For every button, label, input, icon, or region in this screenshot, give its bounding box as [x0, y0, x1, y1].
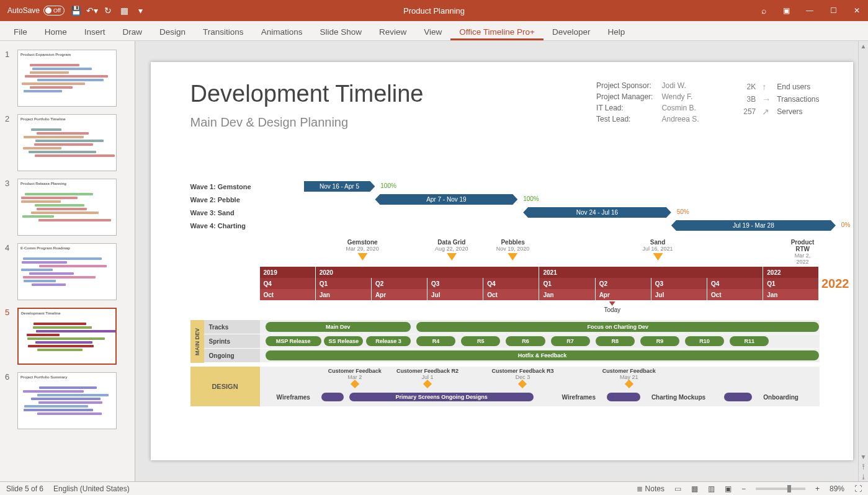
ribbon-display-icon[interactable]: ▣	[780, 4, 792, 17]
tab-draw[interactable]: Draw	[114, 24, 151, 40]
tab-design[interactable]: Design	[151, 24, 194, 40]
cf-name: Customer Feedback	[602, 368, 656, 374]
lane-track: Hotfix & Feedback	[260, 349, 820, 363]
reading-view-icon[interactable]: ▥	[708, 484, 715, 493]
meta-value: Cosmin B.	[658, 103, 702, 113]
thumbnail-image[interactable]: Project Portfolio Summary	[17, 372, 117, 429]
minimize-icon[interactable]: —	[803, 4, 816, 17]
slide[interactable]: Development Timeline Main Dev & Design P…	[151, 62, 853, 460]
wave-track: Jul 19 - Mar 280%	[271, 220, 820, 231]
autosave-toggle[interactable]: AutoSave Off	[7, 6, 65, 16]
thumbnail-number: 6	[5, 372, 12, 429]
lane-bar: Release 3	[366, 336, 411, 346]
tab-help[interactable]: Help	[599, 24, 634, 40]
lane-bar: SS Release	[324, 336, 363, 346]
lane-bar: MSP Release	[266, 336, 321, 346]
wave-track: Apr 7 - Nov 19100%	[271, 194, 820, 205]
save-icon[interactable]: 💾	[71, 6, 81, 16]
tab-insert[interactable]: Insert	[76, 24, 114, 40]
zoom-slider[interactable]	[756, 488, 805, 490]
tab-home[interactable]: Home	[36, 24, 76, 40]
milestone-name: Gemstone	[346, 239, 379, 246]
lane-row: TracksMain DevFocus on Charting Dev	[204, 320, 820, 334]
maximize-icon[interactable]: ☐	[827, 4, 839, 17]
swimlane-area: MAIN DEV TracksMain DevFocus on Charting…	[190, 320, 820, 406]
autosave-label: AutoSave	[7, 6, 40, 15]
language-indicator[interactable]: English (United States)	[53, 484, 130, 493]
milestone: GemstoneMar 29, 2020	[346, 239, 379, 261]
lane-label: Sprints	[204, 334, 260, 349]
lane-track: Main DevFocus on Charting Dev	[260, 320, 820, 334]
slide-thumbnail[interactable]: 4E-Comm Program Roadmap	[0, 239, 135, 304]
normal-view-icon[interactable]: ▭	[674, 484, 681, 493]
diamond-icon	[351, 380, 359, 388]
close-icon[interactable]: ✕	[851, 4, 863, 17]
milestone-marker-icon	[447, 253, 457, 261]
milestone: PebblesNov 19, 2020	[496, 239, 530, 261]
slide-sorter-icon[interactable]: ▦	[691, 484, 698, 493]
thumbnail-image[interactable]: E-Comm Program Roadmap	[17, 243, 117, 300]
thumbnail-image[interactable]: Product Expansion Program	[17, 50, 117, 107]
tab-office-timeline-pro-[interactable]: Office Timeline Pro+	[450, 24, 544, 40]
stat-row: 257↗Servers	[737, 107, 819, 117]
scroll-down-icon[interactable]: ▼	[859, 452, 868, 462]
diamond-icon	[518, 380, 527, 388]
search-icon[interactable]: ⌕	[759, 6, 769, 16]
slide-canvas-area: Development Timeline Main Dev & Design P…	[135, 41, 868, 481]
vertical-scrollbar[interactable]: ▲ ▼ ⭱ ⭳	[858, 41, 868, 481]
wave-percent: 0%	[841, 221, 850, 228]
lane-row: OngoingHotfix & Feedback	[204, 349, 820, 363]
undo-icon[interactable]: ↶▾	[87, 6, 97, 16]
slide-counter[interactable]: Slide 5 of 6	[6, 484, 43, 493]
slide-thumbnail[interactable]: 5Development Timeline	[0, 304, 135, 368]
milestone: SandJul 16, 2021	[643, 239, 673, 261]
ribbon-tabs: FileHomeInsertDrawDesignTransitionsAnima…	[0, 21, 868, 41]
notes-button[interactable]: ≣Notes	[637, 484, 664, 493]
tab-file[interactable]: File	[5, 24, 36, 40]
zoom-in-icon[interactable]: +	[815, 484, 820, 493]
meta-label: Project Manager:	[593, 92, 656, 102]
slide-thumbnail[interactable]: 2Project Portfolio Timeline	[0, 110, 135, 175]
qat-more-icon[interactable]: ▾	[135, 6, 145, 16]
fit-to-window-icon[interactable]: ⛶	[854, 484, 862, 493]
yearband-cell: Q1	[316, 278, 372, 289]
slide-thumbnail[interactable]: 3Product Release Planning	[0, 175, 135, 239]
thumbnail-image[interactable]: Product Release Planning	[17, 179, 117, 236]
yearband-cell: Q2	[372, 278, 427, 289]
slide-thumbnail[interactable]: 6Project Portfolio Summary	[0, 368, 135, 433]
stat-arrow-icon: ↑	[762, 82, 771, 92]
tab-slide-show[interactable]: Slide Show	[311, 24, 370, 40]
design-group: DESIGN Customer FeedbackMar 2Customer Fe…	[190, 367, 820, 406]
wave-label: Wave 1: Gemstone	[190, 183, 271, 190]
design-bar-label: Wireframes	[277, 394, 310, 401]
slideshow-icon[interactable]: ▣	[725, 484, 732, 493]
tab-animations[interactable]: Animations	[253, 24, 311, 40]
slide-thumbnail[interactable]: 1Product Expansion Program	[0, 46, 135, 110]
thumbnail-number: 1	[5, 50, 12, 107]
wave-bar: Nov 24 - Jul 16	[523, 207, 671, 218]
lane-bar: R6	[506, 336, 545, 346]
zoom-level[interactable]: 89%	[830, 484, 844, 493]
thumbnail-number: 2	[5, 114, 12, 171]
lane-bar: Hotfix & Feedback	[266, 350, 820, 360]
present-icon[interactable]: ▦	[119, 6, 129, 16]
meta-value: Andreea S.	[658, 114, 702, 124]
tab-transitions[interactable]: Transitions	[194, 24, 253, 40]
next-slide-icon[interactable]: ⭳	[859, 471, 868, 481]
tab-view[interactable]: View	[415, 24, 450, 40]
lane-row: SprintsMSP ReleaseSS ReleaseRelease 3R4R…	[204, 334, 820, 349]
stat-number: 3B	[737, 95, 756, 104]
redo-icon[interactable]: ↻	[103, 6, 113, 16]
zoom-out-icon[interactable]: −	[741, 484, 746, 493]
yearband-cell: Q3	[427, 278, 483, 289]
scroll-up-icon[interactable]: ▲	[859, 41, 868, 51]
design-bar	[724, 393, 752, 401]
yearband-cell: Q4	[707, 278, 763, 289]
tab-review[interactable]: Review	[370, 24, 415, 40]
notes-label: Notes	[645, 484, 664, 493]
thumbnail-image[interactable]: Project Portfolio Timeline	[17, 114, 117, 171]
prev-slide-icon[interactable]: ⭱	[859, 462, 868, 471]
thumbnail-image[interactable]: Development Timeline	[17, 308, 117, 365]
tab-developer[interactable]: Developer	[544, 24, 599, 40]
project-stats: 2K↑End users3B→Transactions257↗Servers	[737, 79, 819, 119]
